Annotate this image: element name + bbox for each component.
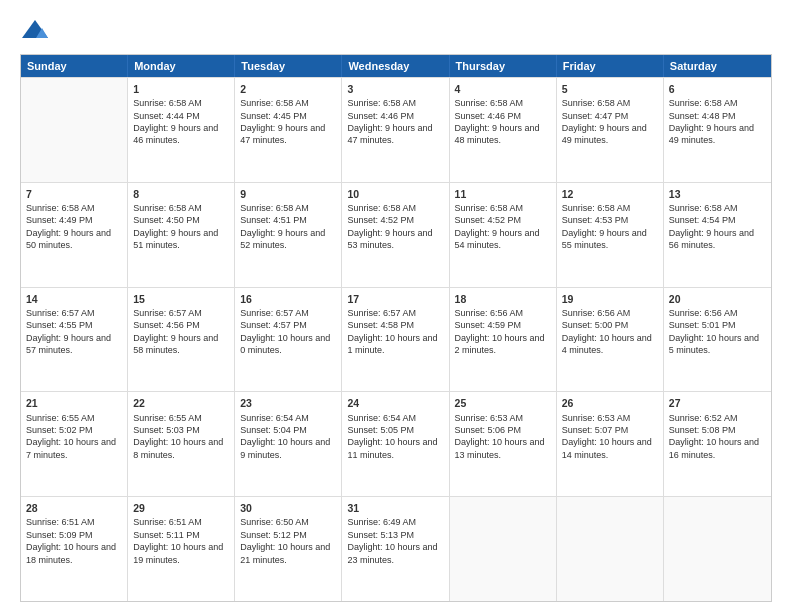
day-of-week-header: Thursday <box>450 55 557 77</box>
day-number: 8 <box>133 187 229 201</box>
day-number: 18 <box>455 292 551 306</box>
day-number: 16 <box>240 292 336 306</box>
day-number: 3 <box>347 82 443 96</box>
calendar-cell: 25Sunrise: 6:53 AMSunset: 5:06 PMDayligh… <box>450 392 557 496</box>
calendar-cell: 23Sunrise: 6:54 AMSunset: 5:04 PMDayligh… <box>235 392 342 496</box>
day-number: 1 <box>133 82 229 96</box>
calendar-cell <box>664 497 771 601</box>
calendar-cell: 9Sunrise: 6:58 AMSunset: 4:51 PMDaylight… <box>235 183 342 287</box>
calendar-cell: 7Sunrise: 6:58 AMSunset: 4:49 PMDaylight… <box>21 183 128 287</box>
cell-info: Sunrise: 6:57 AMSunset: 4:56 PMDaylight:… <box>133 308 218 355</box>
day-number: 26 <box>562 396 658 410</box>
calendar: SundayMondayTuesdayWednesdayThursdayFrid… <box>20 54 772 602</box>
calendar-cell: 24Sunrise: 6:54 AMSunset: 5:05 PMDayligh… <box>342 392 449 496</box>
cell-info: Sunrise: 6:53 AMSunset: 5:07 PMDaylight:… <box>562 413 652 460</box>
calendar-cell: 5Sunrise: 6:58 AMSunset: 4:47 PMDaylight… <box>557 78 664 182</box>
cell-info: Sunrise: 6:58 AMSunset: 4:52 PMDaylight:… <box>455 203 540 250</box>
day-number: 10 <box>347 187 443 201</box>
cell-info: Sunrise: 6:57 AMSunset: 4:55 PMDaylight:… <box>26 308 111 355</box>
day-number: 11 <box>455 187 551 201</box>
cell-info: Sunrise: 6:58 AMSunset: 4:53 PMDaylight:… <box>562 203 647 250</box>
calendar-cell: 18Sunrise: 6:56 AMSunset: 4:59 PMDayligh… <box>450 288 557 392</box>
cell-info: Sunrise: 6:57 AMSunset: 4:58 PMDaylight:… <box>347 308 437 355</box>
day-number: 2 <box>240 82 336 96</box>
calendar-cell: 2Sunrise: 6:58 AMSunset: 4:45 PMDaylight… <box>235 78 342 182</box>
cell-info: Sunrise: 6:58 AMSunset: 4:45 PMDaylight:… <box>240 98 325 145</box>
cell-info: Sunrise: 6:54 AMSunset: 5:04 PMDaylight:… <box>240 413 330 460</box>
day-number: 31 <box>347 501 443 515</box>
calendar-cell <box>450 497 557 601</box>
calendar-week-row: 14Sunrise: 6:57 AMSunset: 4:55 PMDayligh… <box>21 287 771 392</box>
day-of-week-header: Monday <box>128 55 235 77</box>
day-of-week-header: Sunday <box>21 55 128 77</box>
calendar-header: SundayMondayTuesdayWednesdayThursdayFrid… <box>21 55 771 77</box>
header <box>20 18 772 44</box>
calendar-cell: 17Sunrise: 6:57 AMSunset: 4:58 PMDayligh… <box>342 288 449 392</box>
calendar-week-row: 28Sunrise: 6:51 AMSunset: 5:09 PMDayligh… <box>21 496 771 601</box>
calendar-cell: 4Sunrise: 6:58 AMSunset: 4:46 PMDaylight… <box>450 78 557 182</box>
cell-info: Sunrise: 6:58 AMSunset: 4:52 PMDaylight:… <box>347 203 432 250</box>
cell-info: Sunrise: 6:51 AMSunset: 5:09 PMDaylight:… <box>26 517 116 564</box>
day-number: 7 <box>26 187 122 201</box>
calendar-cell: 20Sunrise: 6:56 AMSunset: 5:01 PMDayligh… <box>664 288 771 392</box>
day-of-week-header: Saturday <box>664 55 771 77</box>
calendar-cell: 31Sunrise: 6:49 AMSunset: 5:13 PMDayligh… <box>342 497 449 601</box>
calendar-body: 1Sunrise: 6:58 AMSunset: 4:44 PMDaylight… <box>21 77 771 601</box>
calendar-cell: 30Sunrise: 6:50 AMSunset: 5:12 PMDayligh… <box>235 497 342 601</box>
day-number: 29 <box>133 501 229 515</box>
calendar-cell: 10Sunrise: 6:58 AMSunset: 4:52 PMDayligh… <box>342 183 449 287</box>
day-number: 20 <box>669 292 766 306</box>
calendar-cell: 15Sunrise: 6:57 AMSunset: 4:56 PMDayligh… <box>128 288 235 392</box>
calendar-cell: 6Sunrise: 6:58 AMSunset: 4:48 PMDaylight… <box>664 78 771 182</box>
cell-info: Sunrise: 6:55 AMSunset: 5:03 PMDaylight:… <box>133 413 223 460</box>
cell-info: Sunrise: 6:58 AMSunset: 4:46 PMDaylight:… <box>455 98 540 145</box>
calendar-week-row: 21Sunrise: 6:55 AMSunset: 5:02 PMDayligh… <box>21 391 771 496</box>
day-number: 12 <box>562 187 658 201</box>
page: SundayMondayTuesdayWednesdayThursdayFrid… <box>0 0 792 612</box>
calendar-cell: 21Sunrise: 6:55 AMSunset: 5:02 PMDayligh… <box>21 392 128 496</box>
cell-info: Sunrise: 6:56 AMSunset: 4:59 PMDaylight:… <box>455 308 545 355</box>
cell-info: Sunrise: 6:56 AMSunset: 5:00 PMDaylight:… <box>562 308 652 355</box>
cell-info: Sunrise: 6:57 AMSunset: 4:57 PMDaylight:… <box>240 308 330 355</box>
calendar-cell <box>21 78 128 182</box>
calendar-cell: 28Sunrise: 6:51 AMSunset: 5:09 PMDayligh… <box>21 497 128 601</box>
calendar-cell: 3Sunrise: 6:58 AMSunset: 4:46 PMDaylight… <box>342 78 449 182</box>
day-number: 27 <box>669 396 766 410</box>
calendar-week-row: 1Sunrise: 6:58 AMSunset: 4:44 PMDaylight… <box>21 77 771 182</box>
calendar-cell: 1Sunrise: 6:58 AMSunset: 4:44 PMDaylight… <box>128 78 235 182</box>
cell-info: Sunrise: 6:58 AMSunset: 4:54 PMDaylight:… <box>669 203 754 250</box>
cell-info: Sunrise: 6:49 AMSunset: 5:13 PMDaylight:… <box>347 517 437 564</box>
cell-info: Sunrise: 6:58 AMSunset: 4:44 PMDaylight:… <box>133 98 218 145</box>
calendar-cell: 8Sunrise: 6:58 AMSunset: 4:50 PMDaylight… <box>128 183 235 287</box>
calendar-cell: 27Sunrise: 6:52 AMSunset: 5:08 PMDayligh… <box>664 392 771 496</box>
cell-info: Sunrise: 6:52 AMSunset: 5:08 PMDaylight:… <box>669 413 759 460</box>
day-number: 9 <box>240 187 336 201</box>
day-number: 23 <box>240 396 336 410</box>
cell-info: Sunrise: 6:50 AMSunset: 5:12 PMDaylight:… <box>240 517 330 564</box>
day-number: 22 <box>133 396 229 410</box>
cell-info: Sunrise: 6:54 AMSunset: 5:05 PMDaylight:… <box>347 413 437 460</box>
logo-icon <box>20 18 50 44</box>
cell-info: Sunrise: 6:58 AMSunset: 4:49 PMDaylight:… <box>26 203 111 250</box>
calendar-cell: 19Sunrise: 6:56 AMSunset: 5:00 PMDayligh… <box>557 288 664 392</box>
day-number: 6 <box>669 82 766 96</box>
day-number: 4 <box>455 82 551 96</box>
calendar-cell: 26Sunrise: 6:53 AMSunset: 5:07 PMDayligh… <box>557 392 664 496</box>
day-number: 13 <box>669 187 766 201</box>
day-number: 24 <box>347 396 443 410</box>
cell-info: Sunrise: 6:55 AMSunset: 5:02 PMDaylight:… <box>26 413 116 460</box>
cell-info: Sunrise: 6:56 AMSunset: 5:01 PMDaylight:… <box>669 308 759 355</box>
day-number: 28 <box>26 501 122 515</box>
cell-info: Sunrise: 6:58 AMSunset: 4:47 PMDaylight:… <box>562 98 647 145</box>
calendar-cell: 14Sunrise: 6:57 AMSunset: 4:55 PMDayligh… <box>21 288 128 392</box>
calendar-cell: 16Sunrise: 6:57 AMSunset: 4:57 PMDayligh… <box>235 288 342 392</box>
day-number: 21 <box>26 396 122 410</box>
cell-info: Sunrise: 6:58 AMSunset: 4:46 PMDaylight:… <box>347 98 432 145</box>
cell-info: Sunrise: 6:58 AMSunset: 4:50 PMDaylight:… <box>133 203 218 250</box>
calendar-cell: 22Sunrise: 6:55 AMSunset: 5:03 PMDayligh… <box>128 392 235 496</box>
calendar-cell <box>557 497 664 601</box>
calendar-cell: 13Sunrise: 6:58 AMSunset: 4:54 PMDayligh… <box>664 183 771 287</box>
calendar-week-row: 7Sunrise: 6:58 AMSunset: 4:49 PMDaylight… <box>21 182 771 287</box>
calendar-cell: 12Sunrise: 6:58 AMSunset: 4:53 PMDayligh… <box>557 183 664 287</box>
day-of-week-header: Tuesday <box>235 55 342 77</box>
